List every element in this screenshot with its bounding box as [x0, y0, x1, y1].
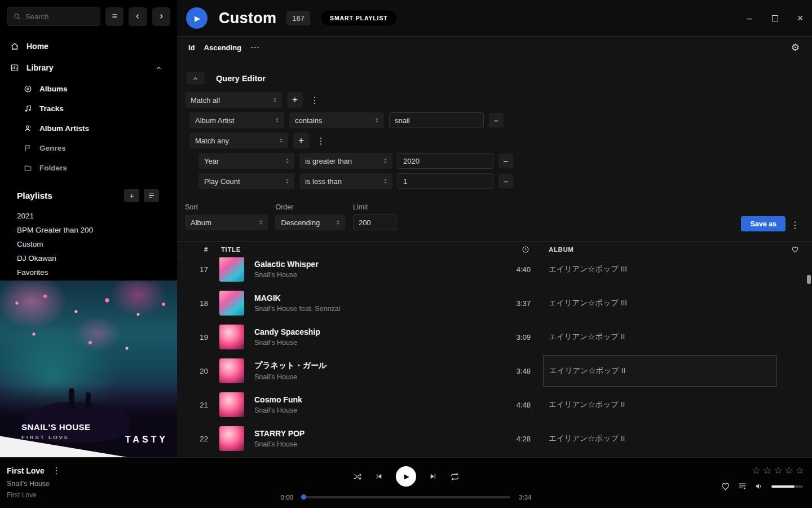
table-row[interactable]: 20 プラネット・ガール Snail's House 3:48 エイリアン☆ポッ…	[177, 354, 812, 388]
track-album[interactable]: エイリアン☆ポップ III	[534, 257, 778, 286]
now-playing-artist[interactable]: Snail's House	[7, 480, 61, 488]
settings-button[interactable]: ⚙	[791, 42, 800, 54]
save-menu-button[interactable]: ⋮	[788, 220, 802, 230]
seek-handle[interactable]	[301, 494, 306, 500]
header-duration[interactable]	[500, 246, 534, 253]
playlist-item[interactable]: BPM Greater than 200	[17, 223, 160, 237]
volume-slider[interactable]	[771, 485, 803, 488]
track-album[interactable]: エイリアン☆ポップ II	[534, 388, 778, 422]
minimize-button[interactable]: –	[744, 14, 754, 24]
chevron-up-icon	[192, 75, 199, 82]
sort-order-button[interactable]: Ascending	[204, 43, 241, 52]
favorite-cell[interactable]	[778, 354, 812, 388]
match-type-select[interactable]: Match all	[185, 92, 282, 108]
favorite-cell[interactable]	[778, 286, 812, 320]
order-label: Order	[275, 203, 345, 211]
star-icon[interactable]: ☆	[785, 465, 793, 476]
star-icon[interactable]: ☆	[763, 465, 771, 476]
track-album-focused-cell[interactable]: エイリアン☆ポップ II	[543, 355, 777, 387]
sort-select[interactable]: Album	[185, 214, 268, 230]
volume-button[interactable]	[754, 481, 764, 491]
order-select[interactable]: Descending	[275, 214, 345, 230]
rule-menu-button[interactable]: ⋮	[308, 95, 321, 106]
header-favorite[interactable]	[778, 246, 812, 253]
playlist-item[interactable]: Custom	[17, 237, 160, 251]
rule-value-input[interactable]	[389, 112, 484, 128]
group-rule-field-select[interactable]: Year	[198, 153, 294, 169]
cover-label-logo: TASTY	[125, 435, 168, 445]
sidebar-item-album-artists[interactable]: Album Artists	[24, 122, 167, 135]
sort-field-button[interactable]: Id	[188, 43, 195, 52]
group-rule-field-select[interactable]: Play Count	[198, 173, 294, 189]
table-row[interactable]: 18 MAGIK Snail's House feat. Sennzai 3:3…	[177, 286, 812, 320]
remove-group-rule-button[interactable]: −	[498, 174, 513, 189]
star-icon[interactable]: ☆	[774, 465, 782, 476]
sort-label: Sort	[185, 203, 268, 211]
remove-group-rule-button[interactable]: −	[498, 154, 513, 168]
library-icon	[10, 63, 19, 72]
playlist-item[interactable]: 2021	[17, 209, 160, 223]
header-index[interactable]: #	[177, 246, 219, 253]
sidebar-item-library[interactable]: Library	[10, 61, 167, 75]
rule-operator-select[interactable]: contains	[289, 112, 384, 128]
favorite-cell[interactable]	[778, 320, 812, 354]
kebab-icon: ⋮	[316, 136, 325, 146]
remove-rule-button[interactable]: −	[489, 113, 504, 128]
more-options-button[interactable]: ⋯	[250, 45, 259, 50]
scrollbar-thumb[interactable]	[807, 275, 811, 284]
header-album[interactable]: ALBUM	[534, 246, 778, 253]
queue-button[interactable]	[738, 481, 747, 491]
track-album[interactable]: エイリアン☆ポップ III	[534, 286, 778, 320]
favorite-cell[interactable]	[778, 422, 812, 456]
sidebar-item-albums[interactable]: Albums	[24, 82, 167, 95]
repeat-button[interactable]	[450, 472, 460, 481]
next-track-button[interactable]	[429, 472, 438, 481]
play-playlist-button[interactable]: ▶	[186, 7, 208, 29]
favorite-button[interactable]	[721, 481, 730, 491]
group-rule-operator-select[interactable]: is greater than	[299, 153, 392, 169]
track-album[interactable]: エイリアン☆ポップ II	[534, 320, 778, 354]
add-playlist-button[interactable]: +	[124, 189, 139, 202]
playlist-item[interactable]: Favorites	[17, 265, 160, 279]
sidebar-item-home[interactable]: Home	[10, 40, 167, 53]
back-button[interactable]	[129, 7, 147, 26]
now-playing-title[interactable]: First Love	[7, 466, 45, 475]
track-album[interactable]: エイリアン☆ポップ II	[534, 422, 778, 456]
sidebar-item-genres[interactable]: Genres	[24, 142, 167, 155]
collapse-query-editor-button[interactable]	[186, 72, 205, 85]
seek-slider[interactable]	[302, 496, 510, 498]
menu-button[interactable]: ≡	[105, 7, 123, 26]
group-menu-button[interactable]: ⋮	[314, 135, 328, 146]
shuffle-button[interactable]	[352, 472, 362, 481]
star-icon[interactable]: ☆	[796, 465, 804, 476]
forward-button[interactable]	[152, 7, 170, 26]
save-as-button[interactable]: Save as	[741, 216, 785, 231]
table-row[interactable]: 21 Cosmo Funk Snail's House 4:48 エイリアン☆ポ…	[177, 388, 812, 422]
group-rule-value-input[interactable]	[398, 153, 493, 169]
group-rule-operator-select[interactable]: is less than	[299, 173, 392, 189]
playlist-item[interactable]: DJ Okawari	[17, 251, 160, 265]
table-row[interactable]: 17 Galactic Whisper Snail's House 4:40 エ…	[177, 257, 812, 286]
playlist-list-button[interactable]	[144, 189, 159, 202]
sidebar-item-tracks[interactable]: Tracks	[24, 102, 167, 115]
favorite-cell[interactable]	[778, 388, 812, 422]
add-group-rule-button[interactable]: +	[293, 133, 309, 148]
group-rule-value-input[interactable]	[398, 173, 493, 189]
maximize-button[interactable]	[770, 14, 780, 24]
table-row[interactable]: 19 Candy Spaceship Snail's House 3:09 エイ…	[177, 320, 812, 354]
group-match-type-select[interactable]: Match any	[189, 133, 288, 148]
previous-track-button[interactable]	[374, 472, 383, 481]
play-pause-button[interactable]: ▶	[396, 466, 416, 487]
rule-field-select[interactable]: Album Artist	[189, 112, 284, 128]
close-button[interactable]: ×	[795, 14, 805, 24]
collapse-library-button[interactable]	[155, 64, 162, 72]
sidebar-item-folders[interactable]: Folders	[24, 161, 167, 174]
add-rule-button[interactable]: +	[287, 92, 303, 108]
search-input[interactable]	[25, 12, 94, 21]
now-playing-menu-button[interactable]: ⋮	[52, 465, 61, 476]
now-playing-album[interactable]: First Love	[7, 491, 61, 499]
header-title[interactable]: TITLE	[219, 246, 500, 253]
table-row[interactable]: 22 STARRY POP Snail's House 4:28 エイリアン☆ポ…	[177, 422, 812, 456]
star-icon[interactable]: ☆	[752, 465, 761, 476]
limit-input[interactable]	[353, 214, 396, 230]
